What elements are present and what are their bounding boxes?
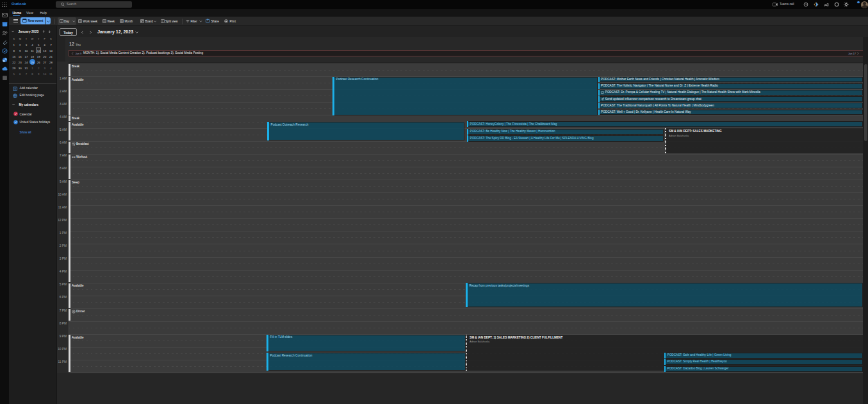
svg-text:1: 1 bbox=[61, 20, 62, 22]
